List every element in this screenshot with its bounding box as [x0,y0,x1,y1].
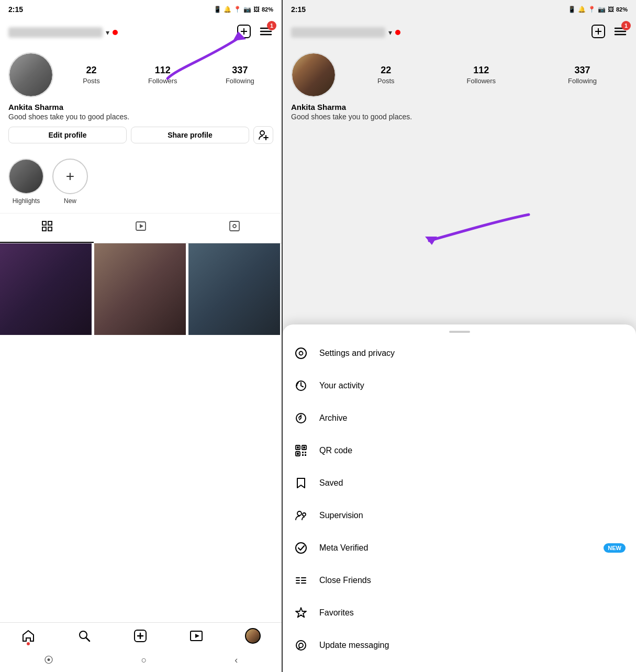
qr-label: QR code [319,446,626,455]
top-nav-left: ▾ 1 [0,19,282,46]
menu-item-friends[interactable]: Close Friends [283,564,636,597]
svg-rect-12 [48,227,52,231]
grid-item-2[interactable] [94,243,186,335]
grid-content-left [0,243,282,335]
username-bar-left[interactable]: ▾ [8,27,118,38]
menu-button-left[interactable]: 1 [259,24,273,41]
grid-item-3[interactable] [188,243,280,335]
supervision-icon [293,508,309,523]
stat-following-right[interactable]: 337 Following [568,65,597,85]
stat-followers-left[interactable]: 112 Followers [148,65,177,85]
notification-badge-left: 1 [267,21,276,30]
android-back-icon: ‹ [235,655,238,666]
bottom-sheet: Settings and privacy Your activity [283,324,636,672]
stat-following-left[interactable]: 337 Following [226,65,254,85]
menu-item-favorites[interactable]: Favorites [283,597,636,629]
avatar-right[interactable] [291,52,336,97]
stat-posts-right: 22 Posts [377,65,395,85]
username-bar-right[interactable]: ▾ [291,27,400,38]
dropdown-arrow-right[interactable]: ▾ [388,28,392,37]
menu-item-meta[interactable]: Meta Verified NEW [283,532,636,564]
online-dot-left [113,30,118,35]
menu-item-qr[interactable]: QR code [283,434,636,467]
saved-icon [293,475,309,491]
svg-rect-41 [302,452,304,453]
profile-avatar-nav [245,628,261,644]
svg-point-55 [296,641,306,650]
time-right: 2:15 [291,5,306,14]
svg-marker-14 [140,224,143,228]
friends-label: Close Friends [319,576,626,585]
profile-top-right: 22 Posts 112 Followers 337 Following [291,52,628,97]
profile-name-right: Ankita Sharma [291,103,628,111]
archive-label: Archive [319,413,626,423]
tab-reels[interactable] [94,214,187,243]
action-buttons-left: Edit profile Share profile [8,126,273,144]
saved-label: Saved [319,478,626,488]
stat-followers-right[interactable]: 112 Followers [466,65,496,85]
menu-button-right[interactable]: 1 [613,24,628,41]
svg-rect-38 [297,446,299,449]
favorites-label: Favorites [319,608,626,618]
avatar-img-right [292,53,335,96]
phone-left: 2:15 📱 🔔 📍 📷 🖼 82% ▾ [0,0,283,672]
nav-profile[interactable] [245,628,261,644]
time-left: 2:15 [8,5,23,14]
highlights-item[interactable]: Highlights [8,159,44,205]
svg-rect-40 [297,453,299,455]
top-nav-right: ▾ 1 [283,19,636,46]
menu-item-settings[interactable]: Settings and privacy [283,337,636,369]
phone-right: 2:15 📱 🔔 📍 📷 🖼 82% ▾ [283,0,636,672]
tab-grid[interactable] [0,214,94,243]
archive-icon [293,410,309,426]
new-highlight-item[interactable]: + New [52,159,88,205]
nav-reels[interactable] [189,629,204,643]
add-person-button[interactable] [253,126,273,144]
menu-item-saved[interactable]: Saved [283,467,636,499]
online-dot-right [395,30,400,35]
profile-top-left: 22 Posts 112 Followers 337 Following [8,52,273,97]
add-post-button-right[interactable] [591,24,606,41]
svg-rect-11 [42,227,46,231]
grid-item-1[interactable] [0,243,92,335]
username-blur-left [8,27,103,38]
highlights-circle [8,159,44,194]
status-icons-left: 📱 🔔 📍 📷 🖼 82% [214,6,273,13]
dropdown-arrow-left[interactable]: ▾ [106,28,109,37]
svg-point-31 [296,348,306,359]
svg-rect-39 [303,446,305,449]
menu-item-archive[interactable]: Archive [283,402,636,434]
reels-icon [135,220,147,236]
menu-item-activity[interactable]: Your activity [283,369,636,402]
favorites-icon [293,605,309,621]
friends-icon [293,573,309,588]
new-badge: NEW [604,543,626,553]
messaging-icon [293,637,309,653]
svg-rect-10 [48,221,52,225]
profile-section-right: 22 Posts 112 Followers 337 Following Ank… [283,46,636,121]
menu-item-messaging[interactable]: Update messaging [283,629,636,662]
svg-marker-23 [195,634,199,638]
avatar-left[interactable] [8,52,53,97]
android-home-icon: ○ [141,655,147,666]
nav-home[interactable] [21,629,36,643]
svg-rect-9 [42,221,46,225]
stat-posts-left: 22 Posts [83,65,100,85]
tab-row-left [0,214,282,243]
nav-search[interactable] [77,629,92,643]
tab-tagged[interactable] [188,214,282,243]
svg-point-6 [260,131,264,135]
arrow-settings [387,199,544,262]
svg-rect-15 [230,221,239,231]
status-bar-left: 2:15 📱 🔔 📍 📷 🖼 82% [0,0,282,19]
grid-icon [41,220,53,236]
profile-name-left: Ankita Sharma [8,103,273,111]
nav-add[interactable] [133,629,148,643]
android-nav-left: ⦿ ○ ‹ [0,651,282,672]
add-post-button[interactable] [237,24,251,41]
new-highlight-label: New [64,197,76,205]
menu-item-supervision[interactable]: Supervision [283,499,636,532]
share-profile-button[interactable]: Share profile [131,127,249,143]
settings-label: Settings and privacy [319,349,626,358]
edit-profile-button[interactable]: Edit profile [8,127,127,143]
